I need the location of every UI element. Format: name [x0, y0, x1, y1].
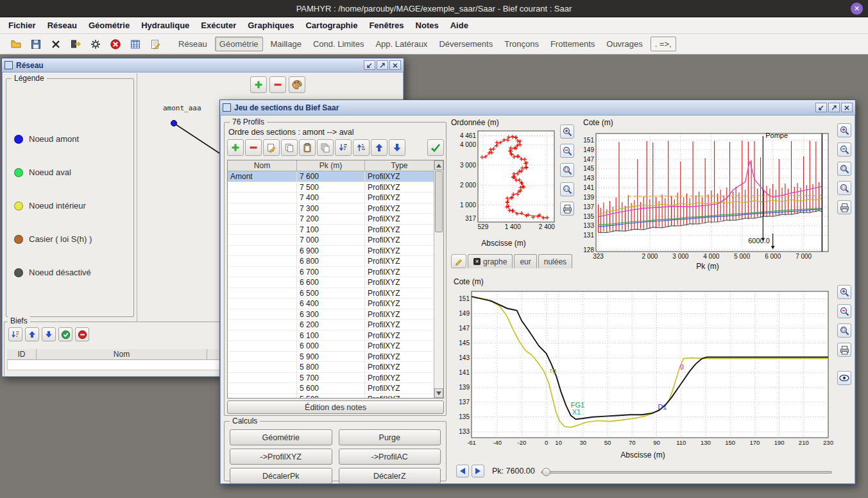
profils-column-header[interactable]: Nom	[228, 160, 297, 171]
biefs-column-header[interactable]: ID	[7, 349, 37, 360]
enable-bief-icon[interactable]	[58, 327, 72, 341]
calc-profilxyz[interactable]: ->ProfilXYZ	[230, 449, 332, 465]
profil-row[interactable]: 7 400ProfilXYZ	[228, 193, 434, 203]
save-icon[interactable]	[29, 37, 43, 51]
menu-notes[interactable]: Notes	[410, 18, 445, 33]
profils-column-header[interactable]: Pk (m)	[297, 160, 365, 171]
sort-desc-icon[interactable]	[335, 139, 352, 156]
calc-d-calerpk[interactable]: DécalerPk	[230, 468, 332, 484]
edit-graph-icon[interactable]	[451, 254, 466, 268]
profil-row[interactable]: 7 300ProfilXYZ	[228, 203, 434, 214]
validate-icon[interactable]	[427, 139, 444, 156]
tab-graphe[interactable]: ✕graphe	[468, 254, 513, 268]
toolbar-g-om-trie[interactable]: Géométrie	[215, 37, 263, 51]
toolbar-d-versements[interactable]: Déversements	[435, 37, 497, 51]
scroll-up-icon[interactable]	[434, 160, 443, 170]
sort-biefs-icon[interactable]	[8, 327, 22, 341]
menu-fichier[interactable]: Fichier	[3, 18, 42, 33]
toolbar-tron-ons[interactable]: Tronçons	[500, 37, 543, 51]
profil-row[interactable]: 6 300ProfilXYZ	[228, 309, 434, 320]
profils-scrollbar[interactable]	[434, 160, 443, 398]
tab-nul-es[interactable]: nulées	[538, 254, 572, 268]
zoom-out-icon[interactable]	[837, 304, 851, 318]
sections-titlebar[interactable]: Jeu de sections du Bief Saar	[220, 100, 855, 116]
move-up-icon[interactable]	[371, 139, 387, 156]
profil-row[interactable]: Amont7 600ProfilXYZ	[228, 171, 434, 182]
edition-notes-button[interactable]: Édition des notes	[227, 400, 444, 414]
disable-bief-icon[interactable]	[75, 327, 89, 341]
calc-d-calerz[interactable]: DécalerZ	[339, 468, 441, 484]
toolbar-ouvrages[interactable]: Ouvrages	[602, 37, 646, 51]
profil-row[interactable]: 7 500ProfilXYZ	[228, 182, 434, 193]
app-close-button[interactable]: ✕	[851, 3, 863, 15]
shade-button[interactable]	[364, 60, 375, 70]
profil-row[interactable]: 5 900ProfilXYZ	[228, 352, 434, 363]
plan-chart[interactable]: 5291 4002 4004 4614 0003 0002 0001 00031…	[450, 127, 557, 237]
zoom-original-icon[interactable]: 1:1	[560, 182, 574, 196]
biefs-column-header[interactable]: Nom	[37, 349, 207, 360]
app-titlebar[interactable]: PAMHYR : /home/parouby/MAGE/exemple_saar…	[0, 0, 868, 17]
profil-row[interactable]: 6 800ProfilXYZ	[228, 256, 434, 267]
profil-row[interactable]: 6 100ProfilXYZ	[228, 331, 434, 341]
zoom-region-icon[interactable]	[837, 323, 851, 338]
profil-row[interactable]: 7 200ProfilXYZ	[228, 214, 434, 225]
menu-hydraulique[interactable]: Hydraulique	[135, 18, 195, 33]
toolbar-app-lat-raux[interactable]: App. Latéraux	[371, 37, 431, 51]
calc-g-om-trie[interactable]: Géométrie	[230, 429, 332, 445]
copy-icon[interactable]	[281, 139, 298, 156]
settings-gear-icon[interactable]	[89, 37, 103, 51]
close-button[interactable]	[841, 103, 853, 112]
toolbar-frottements[interactable]: Frottements	[547, 37, 599, 51]
bief-down-icon[interactable]	[42, 327, 56, 341]
zoom-in-icon[interactable]	[837, 123, 851, 137]
close-graph-icon[interactable]: ✕	[473, 258, 481, 265]
toolbar-maillage[interactable]: Maillage	[267, 37, 305, 51]
tab-eur[interactable]: eur	[514, 254, 536, 268]
calc-profilac[interactable]: ->ProfilAC	[339, 449, 441, 465]
notes-icon[interactable]	[148, 37, 162, 51]
pk-slider[interactable]	[541, 471, 832, 474]
maximize-button[interactable]	[828, 103, 840, 112]
stop-icon[interactable]	[108, 37, 123, 51]
menu-aide[interactable]: Aide	[445, 18, 474, 33]
maximize-button[interactable]	[377, 60, 388, 70]
scroll-down-icon[interactable]	[434, 388, 443, 398]
profil-row[interactable]: 6 900ProfilXYZ	[228, 246, 434, 257]
menu-r-seau[interactable]: Réseau	[42, 18, 83, 33]
calc-purge[interactable]: Purge	[339, 429, 441, 445]
zoom-region-icon[interactable]	[837, 162, 851, 176]
upstream-node[interactable]	[171, 120, 177, 126]
longitudinal-chart[interactable]: 3232 0003 0004 0005 0006 0007 0001511491…	[581, 127, 835, 273]
profil-row[interactable]: 5 500ProfilXYZ	[228, 394, 434, 399]
remove-profile-icon[interactable]	[245, 139, 262, 156]
close-button[interactable]	[389, 60, 401, 70]
previous-profile-button[interactable]	[456, 465, 469, 477]
profil-row[interactable]: 6 600ProfilXYZ	[228, 277, 434, 288]
reseau-titlebar[interactable]: Réseau	[2, 58, 404, 73]
profil-row[interactable]: 5 800ProfilXYZ	[228, 362, 434, 373]
profil-row[interactable]: 7 100ProfilXYZ	[228, 225, 434, 236]
profil-row[interactable]: 5 700ProfilXYZ	[228, 373, 434, 384]
profils-column-header[interactable]: Type	[365, 160, 434, 171]
pk-slider-handle[interactable]	[542, 468, 550, 476]
scrollbar-thumb[interactable]	[435, 171, 443, 232]
cross-section-chart[interactable]: -61-40-200103050709011013015017019021023…	[452, 286, 833, 461]
shade-button[interactable]	[815, 103, 827, 112]
bief-up-icon[interactable]	[25, 327, 39, 341]
import-icon[interactable]	[69, 37, 83, 51]
zoom-out-icon[interactable]	[837, 142, 851, 157]
profil-row[interactable]: 5 600ProfilXYZ	[228, 383, 434, 394]
print-icon[interactable]	[560, 202, 574, 216]
profil-row[interactable]: 7 000ProfilXYZ	[228, 235, 434, 246]
zoom-in-icon[interactable]	[560, 125, 574, 139]
menu-ex-cuter[interactable]: Exécuter	[195, 18, 242, 33]
edit-profile-icon[interactable]	[263, 139, 280, 156]
profil-row[interactable]: 6 500ProfilXYZ	[228, 288, 434, 299]
zoom-out-icon[interactable]	[560, 144, 574, 158]
eye-icon[interactable]	[837, 371, 851, 385]
next-profile-button[interactable]	[472, 465, 484, 477]
menu-cartographie[interactable]: Cartographie	[300, 18, 363, 33]
menu-graphiques[interactable]: Graphiques	[242, 18, 300, 33]
menu-fen-tres[interactable]: Fenêtres	[363, 18, 409, 33]
table-icon[interactable]	[128, 37, 142, 51]
